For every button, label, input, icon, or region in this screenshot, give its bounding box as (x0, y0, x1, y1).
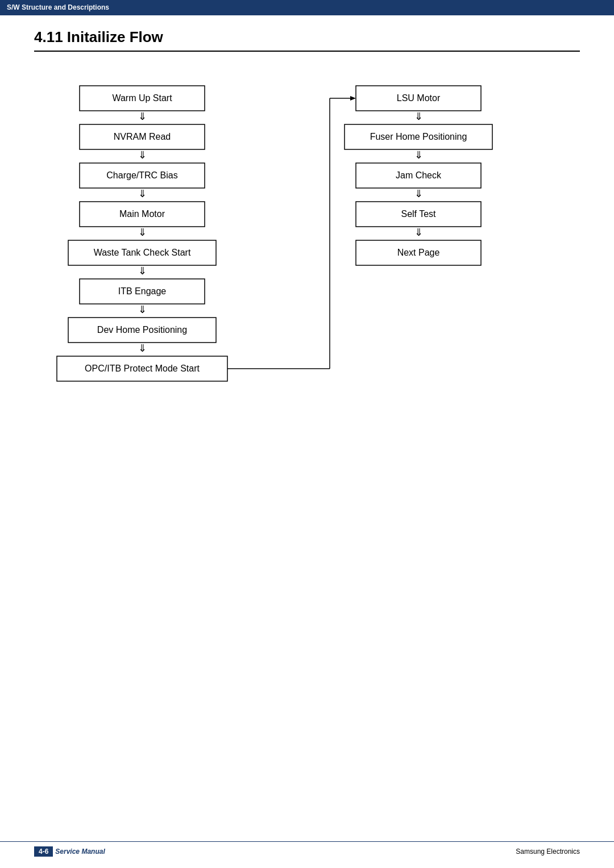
label-itb-engage: ITB Engage (118, 286, 167, 296)
arrow-r2: ⇓ (414, 149, 423, 161)
arrow3: ⇓ (138, 188, 147, 199)
arrow-r1: ⇓ (414, 111, 423, 122)
arrow-r4: ⇓ (414, 227, 423, 238)
page-content: 4.11 Initailize Flow Warm Up Start ⇓ NVR… (0, 0, 614, 520)
arrow-head (350, 96, 356, 101)
arrow6: ⇓ (138, 304, 147, 315)
footer: 4-6 Service Manual Samsung Electronics (0, 841, 614, 857)
arrow2: ⇓ (138, 149, 147, 161)
page-number: 4-6 (34, 846, 53, 857)
footer-manual-label: Service Manual (55, 848, 105, 856)
arrow-r3: ⇓ (414, 188, 423, 199)
label-fuser-home: Fuser Home Positioning (370, 132, 467, 141)
label-charge-trc: Charge/TRC Bias (106, 170, 177, 180)
top-bar-label: S/W Structure and Descriptions (7, 3, 109, 11)
label-main-motor: Main Motor (119, 209, 165, 219)
label-waste-tank: Waste Tank Check Start (94, 248, 191, 257)
label-lsu-motor: LSU Motor (397, 93, 441, 103)
top-bar: S/W Structure and Descriptions (0, 0, 614, 15)
label-jam-check: Jam Check (396, 170, 442, 180)
label-next-page: Next Page (397, 248, 440, 257)
arrow7: ⇓ (138, 343, 147, 354)
label-dev-home: Dev Home Positioning (97, 325, 187, 335)
label-opc-itb: OPC/ITB Protect Mode Start (85, 364, 200, 373)
flowchart: Warm Up Start ⇓ NVRAM Read ⇓ Charge/TRC … (34, 74, 546, 474)
arrow1: ⇓ (138, 111, 147, 122)
arrow4: ⇓ (138, 227, 147, 238)
label-warm-up-start: Warm Up Start (112, 93, 172, 103)
footer-company: Samsung Electronics (516, 848, 580, 856)
arrow5: ⇓ (138, 265, 147, 277)
flowchart-svg: Warm Up Start ⇓ NVRAM Read ⇓ Charge/TRC … (34, 74, 546, 472)
section-title: 4.11 Initailize Flow (34, 28, 580, 52)
label-nvram-read: NVRAM Read (114, 132, 171, 141)
label-self-test: Self Test (401, 209, 436, 219)
top-bar-divider (0, 15, 614, 15)
